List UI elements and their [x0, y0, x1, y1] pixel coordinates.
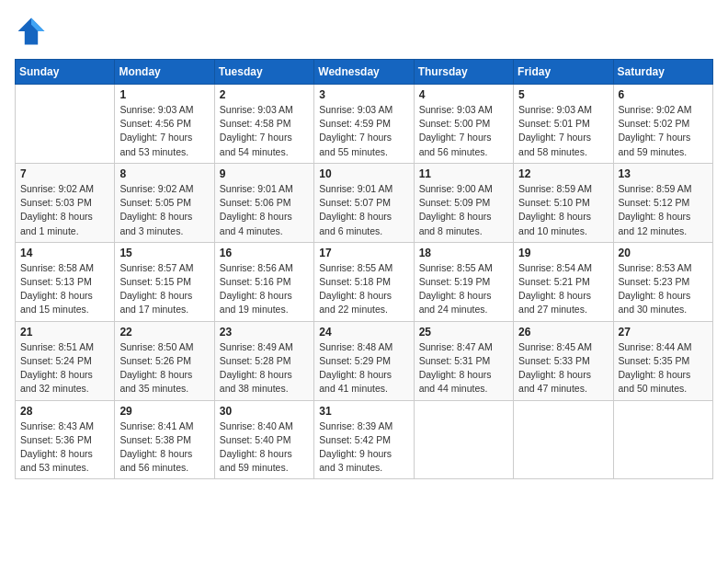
day-number: 31: [319, 405, 408, 418]
weekday-wednesday: Wednesday: [314, 60, 414, 85]
day-info: Sunrise: 9:01 AMSunset: 5:07 PMDaylight:…: [319, 182, 408, 238]
calendar-cell: 26Sunrise: 8:45 AMSunset: 5:33 PMDayligh…: [514, 321, 613, 400]
calendar-cell: 31Sunrise: 8:39 AMSunset: 5:42 PMDayligh…: [314, 400, 414, 479]
day-info: Sunrise: 9:00 AMSunset: 5:09 PMDaylight:…: [419, 182, 508, 238]
calendar-cell: 20Sunrise: 8:53 AMSunset: 5:23 PMDayligh…: [613, 242, 712, 321]
weekday-tuesday: Tuesday: [214, 60, 313, 85]
day-info: Sunrise: 8:47 AMSunset: 5:31 PMDaylight:…: [419, 340, 508, 396]
day-info: Sunrise: 9:02 AMSunset: 5:02 PMDaylight:…: [619, 103, 708, 159]
day-number: 16: [220, 247, 309, 259]
day-number: 1: [119, 88, 209, 101]
calendar-cell: [16, 85, 115, 164]
day-number: 28: [20, 405, 109, 418]
calendar-cell: 8Sunrise: 9:02 AMSunset: 5:05 PMDaylight…: [115, 163, 214, 242]
day-number: 13: [619, 167, 708, 180]
calendar-cell: 18Sunrise: 8:55 AMSunset: 5:19 PMDayligh…: [414, 242, 513, 321]
calendar-cell: 10Sunrise: 9:01 AMSunset: 5:07 PMDayligh…: [314, 163, 414, 242]
day-info: Sunrise: 8:49 AMSunset: 5:28 PMDaylight:…: [220, 340, 309, 396]
day-info: Sunrise: 9:03 AMSunset: 4:56 PMDaylight:…: [119, 103, 209, 159]
week-row-3: 14Sunrise: 8:58 AMSunset: 5:13 PMDayligh…: [16, 242, 713, 321]
day-info: Sunrise: 9:02 AMSunset: 5:05 PMDaylight:…: [119, 182, 209, 238]
day-info: Sunrise: 9:01 AMSunset: 5:06 PMDaylight:…: [220, 182, 309, 238]
weekday-thursday: Thursday: [414, 60, 513, 85]
day-info: Sunrise: 8:57 AMSunset: 5:15 PMDaylight:…: [119, 261, 209, 317]
calendar-cell: 14Sunrise: 8:58 AMSunset: 5:13 PMDayligh…: [16, 242, 115, 321]
day-info: Sunrise: 8:59 AMSunset: 5:10 PMDaylight:…: [518, 182, 608, 238]
day-number: 6: [619, 88, 708, 101]
calendar-cell: [514, 400, 613, 479]
calendar-cell: 27Sunrise: 8:44 AMSunset: 5:35 PMDayligh…: [613, 321, 712, 400]
day-info: Sunrise: 8:45 AMSunset: 5:33 PMDaylight:…: [518, 340, 608, 396]
calendar-cell: 21Sunrise: 8:51 AMSunset: 5:24 PMDayligh…: [16, 321, 115, 400]
calendar-cell: 1Sunrise: 9:03 AMSunset: 4:56 PMDaylight…: [115, 85, 214, 164]
day-number: 9: [220, 167, 309, 180]
day-info: Sunrise: 8:39 AMSunset: 5:42 PMDaylight:…: [319, 419, 408, 476]
calendar-cell: 9Sunrise: 9:01 AMSunset: 5:06 PMDaylight…: [214, 163, 313, 242]
calendar-body: 1Sunrise: 9:03 AMSunset: 4:56 PMDaylight…: [16, 85, 713, 479]
calendar-cell: 29Sunrise: 8:41 AMSunset: 5:38 PMDayligh…: [115, 400, 214, 479]
day-info: Sunrise: 8:53 AMSunset: 5:23 PMDaylight:…: [619, 261, 708, 317]
calendar-cell: 11Sunrise: 9:00 AMSunset: 5:09 PMDayligh…: [414, 163, 513, 242]
calendar-cell: 23Sunrise: 8:49 AMSunset: 5:28 PMDayligh…: [214, 321, 313, 400]
day-info: Sunrise: 8:56 AMSunset: 5:16 PMDaylight:…: [220, 261, 309, 317]
page-header: [15, 15, 713, 48]
day-number: 21: [20, 326, 109, 339]
day-info: Sunrise: 9:02 AMSunset: 5:03 PMDaylight:…: [20, 182, 109, 238]
day-number: 3: [319, 88, 408, 101]
calendar-cell: 13Sunrise: 8:59 AMSunset: 5:12 PMDayligh…: [613, 163, 712, 242]
calendar-cell: 25Sunrise: 8:47 AMSunset: 5:31 PMDayligh…: [414, 321, 513, 400]
day-info: Sunrise: 9:03 AMSunset: 5:01 PMDaylight:…: [518, 103, 608, 159]
day-number: 8: [119, 167, 209, 180]
weekday-sunday: Sunday: [16, 60, 115, 85]
day-number: 2: [220, 88, 309, 101]
calendar-cell: 15Sunrise: 8:57 AMSunset: 5:15 PMDayligh…: [115, 242, 214, 321]
calendar-cell: 19Sunrise: 8:54 AMSunset: 5:21 PMDayligh…: [514, 242, 613, 321]
day-info: Sunrise: 8:40 AMSunset: 5:40 PMDaylight:…: [220, 419, 309, 476]
day-info: Sunrise: 8:48 AMSunset: 5:29 PMDaylight:…: [319, 340, 408, 396]
day-info: Sunrise: 8:55 AMSunset: 5:19 PMDaylight:…: [419, 261, 508, 317]
calendar-cell: [414, 400, 513, 479]
weekday-friday: Friday: [514, 60, 613, 85]
calendar-cell: 12Sunrise: 8:59 AMSunset: 5:10 PMDayligh…: [514, 163, 613, 242]
day-number: 26: [518, 326, 608, 339]
day-info: Sunrise: 8:54 AMSunset: 5:21 PMDaylight:…: [518, 261, 608, 317]
week-row-4: 21Sunrise: 8:51 AMSunset: 5:24 PMDayligh…: [16, 321, 713, 400]
weekday-saturday: Saturday: [613, 60, 712, 85]
calendar-cell: 7Sunrise: 9:02 AMSunset: 5:03 PMDaylight…: [16, 163, 115, 242]
calendar-cell: 16Sunrise: 8:56 AMSunset: 5:16 PMDayligh…: [214, 242, 313, 321]
calendar-cell: 30Sunrise: 8:40 AMSunset: 5:40 PMDayligh…: [214, 400, 313, 479]
day-number: 25: [419, 326, 508, 339]
day-info: Sunrise: 9:03 AMSunset: 5:00 PMDaylight:…: [419, 103, 508, 159]
day-number: 22: [119, 326, 209, 339]
day-number: 12: [518, 167, 608, 180]
day-number: 10: [319, 167, 408, 180]
calendar-cell: 28Sunrise: 8:43 AMSunset: 5:36 PMDayligh…: [16, 400, 115, 479]
calendar-cell: 17Sunrise: 8:55 AMSunset: 5:18 PMDayligh…: [314, 242, 414, 321]
day-number: 14: [20, 247, 109, 259]
day-number: 11: [419, 167, 508, 180]
day-info: Sunrise: 8:50 AMSunset: 5:26 PMDaylight:…: [119, 340, 209, 396]
logo: [15, 15, 51, 48]
day-number: 17: [319, 247, 408, 259]
day-info: Sunrise: 9:03 AMSunset: 4:58 PMDaylight:…: [220, 103, 309, 159]
day-number: 23: [220, 326, 309, 339]
day-number: 5: [518, 88, 608, 101]
calendar-table: SundayMondayTuesdayWednesdayThursdayFrid…: [15, 59, 713, 479]
day-number: 15: [119, 247, 209, 259]
week-row-1: 1Sunrise: 9:03 AMSunset: 4:56 PMDaylight…: [16, 85, 713, 164]
week-row-2: 7Sunrise: 9:02 AMSunset: 5:03 PMDaylight…: [16, 163, 713, 242]
calendar-cell: 2Sunrise: 9:03 AMSunset: 4:58 PMDaylight…: [214, 85, 313, 164]
day-number: 29: [119, 405, 209, 418]
weekday-monday: Monday: [115, 60, 214, 85]
day-info: Sunrise: 8:51 AMSunset: 5:24 PMDaylight:…: [20, 340, 109, 396]
calendar-cell: 24Sunrise: 8:48 AMSunset: 5:29 PMDayligh…: [314, 321, 414, 400]
day-info: Sunrise: 8:43 AMSunset: 5:36 PMDaylight:…: [20, 419, 109, 476]
calendar-cell: 5Sunrise: 9:03 AMSunset: 5:01 PMDaylight…: [514, 85, 613, 164]
day-number: 24: [319, 326, 408, 339]
day-number: 20: [619, 247, 708, 259]
day-number: 18: [419, 247, 508, 259]
day-number: 4: [419, 88, 508, 101]
day-number: 27: [619, 326, 708, 339]
day-info: Sunrise: 8:41 AMSunset: 5:38 PMDaylight:…: [119, 419, 209, 476]
day-number: 19: [518, 247, 608, 259]
